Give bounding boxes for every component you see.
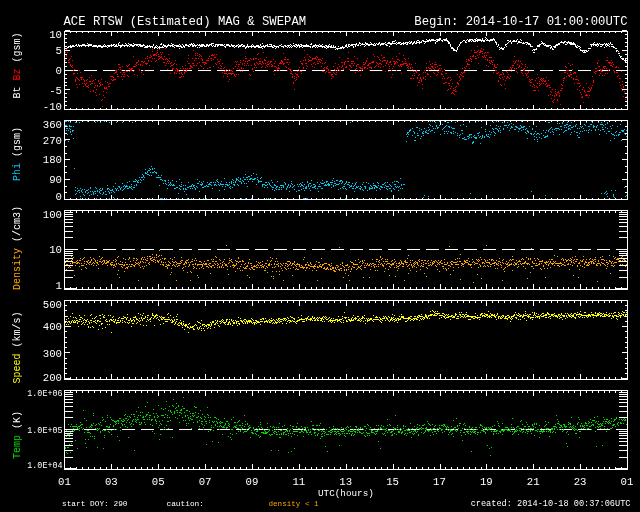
svg-text:Bt: Bt <box>12 86 23 98</box>
svg-text:Bz: Bz <box>12 68 23 80</box>
svg-text:400: 400 <box>43 321 62 333</box>
svg-text:Temp: Temp <box>12 435 23 459</box>
svg-text:(gsm): (gsm) <box>12 127 23 157</box>
svg-text:300: 300 <box>43 348 62 360</box>
svg-text:500: 500 <box>43 299 62 311</box>
svg-text:Density: Density <box>12 248 23 290</box>
svg-text:01: 01 <box>58 476 71 488</box>
svg-text:03: 03 <box>105 476 118 488</box>
svg-text:1: 1 <box>56 280 62 292</box>
svg-text:05: 05 <box>152 476 165 488</box>
svg-text:(gsm): (gsm) <box>12 32 23 62</box>
svg-text:(K): (K) <box>12 411 23 429</box>
svg-text:Phi: Phi <box>12 163 23 181</box>
svg-text:(/cm3): (/cm3) <box>12 206 23 242</box>
svg-text:19: 19 <box>480 476 493 488</box>
svg-text:360: 360 <box>43 119 62 131</box>
svg-text:200: 200 <box>43 372 62 384</box>
svg-text:180: 180 <box>43 154 62 166</box>
svg-text:(km/s): (km/s) <box>12 311 23 347</box>
svg-text:1.0E+06: 1.0E+06 <box>27 389 62 399</box>
svg-text:07: 07 <box>199 476 212 488</box>
svg-text:Speed: Speed <box>12 353 23 383</box>
svg-text:ACE RTSW (Estimated) MAG & SWE: ACE RTSW (Estimated) MAG & SWEPAM <box>64 15 307 29</box>
svg-text:10: 10 <box>49 244 62 256</box>
svg-text:09: 09 <box>246 476 259 488</box>
svg-text:100: 100 <box>43 209 62 221</box>
svg-text:11: 11 <box>292 476 305 488</box>
svg-text:21: 21 <box>527 476 540 488</box>
svg-text:created: 2014-10-18 00:37:06UT: created: 2014-10-18 00:37:06UTC <box>471 499 631 509</box>
svg-text:0: 0 <box>56 65 62 77</box>
svg-text:-5: -5 <box>49 85 62 97</box>
svg-text:01: 01 <box>621 476 634 488</box>
svg-text:10: 10 <box>49 29 62 41</box>
svg-text:-10: -10 <box>43 101 62 113</box>
svg-text:caution:: caution: <box>167 500 204 508</box>
svg-text:1.0E+05: 1.0E+05 <box>27 426 62 436</box>
svg-text:5: 5 <box>56 45 62 57</box>
svg-text:start DOY: 290: start DOY: 290 <box>62 500 128 508</box>
svg-text:1.0E+04: 1.0E+04 <box>27 461 62 471</box>
svg-text:13: 13 <box>339 476 352 488</box>
svg-text:density < 1: density < 1 <box>269 500 320 508</box>
svg-text:270: 270 <box>43 135 62 147</box>
svg-text:0: 0 <box>56 191 62 203</box>
svg-text:17: 17 <box>433 476 446 488</box>
svg-text:Begin: 2014-10-17 01:00:00UTC: Begin: 2014-10-17 01:00:00UTC <box>414 15 627 29</box>
svg-text:15: 15 <box>386 476 399 488</box>
svg-text:90: 90 <box>49 174 62 186</box>
svg-text:23: 23 <box>574 476 587 488</box>
svg-text:UTC(hours): UTC(hours) <box>318 488 374 499</box>
